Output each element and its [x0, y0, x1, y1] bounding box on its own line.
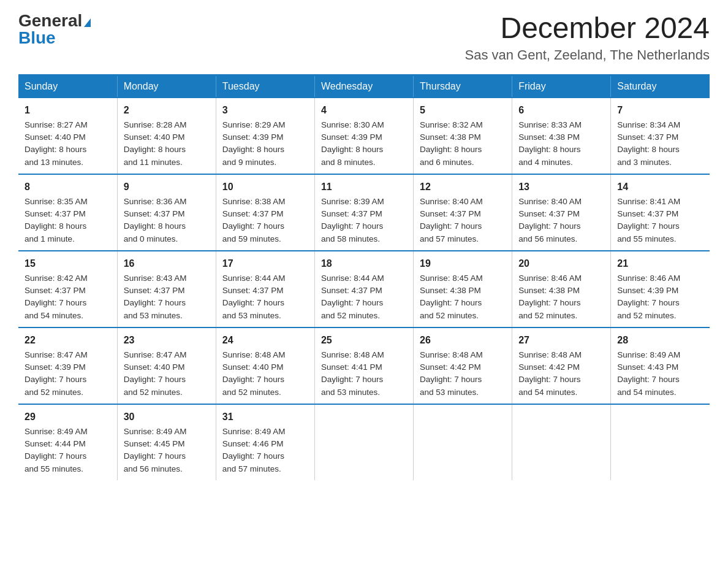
calendar-cell: 11Sunrise: 8:39 AMSunset: 4:37 PMDayligh… [314, 174, 413, 251]
calendar-cell: 21Sunrise: 8:46 AMSunset: 4:39 PMDayligh… [611, 251, 710, 327]
calendar-cell: 14Sunrise: 8:41 AMSunset: 4:37 PMDayligh… [611, 174, 710, 251]
day-info: Sunrise: 8:27 AMSunset: 4:40 PMDaylight:… [25, 119, 111, 169]
calendar-cell: 8Sunrise: 8:35 AMSunset: 4:37 PMDaylight… [18, 174, 117, 251]
weekday-header-sunday: Sunday [18, 75, 117, 98]
weekday-header-row: SundayMondayTuesdayWednesdayThursdayFrid… [18, 75, 710, 98]
title-block: December 2024 Sas van Gent, Zeeland, The… [464, 12, 710, 63]
day-info: Sunrise: 8:48 AMSunset: 4:42 PMDaylight:… [518, 349, 604, 399]
calendar-cell: 19Sunrise: 8:45 AMSunset: 4:38 PMDayligh… [414, 251, 512, 327]
day-info: Sunrise: 8:35 AMSunset: 4:37 PMDaylight:… [25, 196, 111, 245]
day-info: Sunrise: 8:43 AMSunset: 4:37 PMDaylight:… [124, 272, 210, 322]
day-info: Sunrise: 8:29 AMSunset: 4:39 PMDaylight:… [222, 119, 308, 169]
calendar-cell [512, 404, 611, 480]
day-number: 30 [124, 410, 210, 424]
day-info: Sunrise: 8:39 AMSunset: 4:37 PMDaylight:… [321, 196, 407, 245]
day-number: 18 [321, 256, 407, 271]
calendar-cell: 9Sunrise: 8:36 AMSunset: 4:37 PMDaylight… [117, 174, 216, 251]
calendar-cell: 6Sunrise: 8:33 AMSunset: 4:38 PMDaylight… [512, 98, 611, 174]
logo: General Blue [18, 12, 91, 47]
day-number: 16 [124, 256, 210, 271]
calendar-cell: 23Sunrise: 8:47 AMSunset: 4:40 PMDayligh… [117, 327, 216, 404]
day-number: 10 [222, 180, 308, 194]
day-info: Sunrise: 8:28 AMSunset: 4:40 PMDaylight:… [124, 119, 210, 169]
logo-general-text: General [18, 12, 82, 29]
weekday-header-thursday: Thursday [414, 75, 512, 98]
day-number: 1 [25, 103, 111, 118]
day-info: Sunrise: 8:46 AMSunset: 4:38 PMDaylight:… [518, 272, 604, 322]
day-number: 11 [321, 180, 407, 194]
day-number: 31 [222, 410, 308, 424]
weekday-header-friday: Friday [512, 75, 611, 98]
calendar-week-row: 29Sunrise: 8:49 AMSunset: 4:44 PMDayligh… [18, 404, 710, 480]
calendar-cell [314, 404, 413, 480]
day-info: Sunrise: 8:44 AMSunset: 4:37 PMDaylight:… [321, 272, 407, 322]
day-number: 28 [617, 333, 703, 348]
calendar-week-row: 8Sunrise: 8:35 AMSunset: 4:37 PMDaylight… [18, 174, 710, 251]
day-info: Sunrise: 8:48 AMSunset: 4:41 PMDaylight:… [321, 349, 407, 399]
day-number: 17 [222, 256, 308, 271]
day-number: 4 [321, 103, 407, 118]
day-number: 14 [617, 180, 703, 194]
day-info: Sunrise: 8:36 AMSunset: 4:37 PMDaylight:… [124, 196, 210, 245]
day-number: 12 [420, 180, 506, 194]
day-info: Sunrise: 8:48 AMSunset: 4:40 PMDaylight:… [222, 349, 308, 399]
day-number: 19 [420, 256, 506, 271]
calendar-cell: 13Sunrise: 8:40 AMSunset: 4:37 PMDayligh… [512, 174, 611, 251]
calendar-cell: 29Sunrise: 8:49 AMSunset: 4:44 PMDayligh… [18, 404, 117, 480]
calendar-week-row: 1Sunrise: 8:27 AMSunset: 4:40 PMDaylight… [18, 98, 710, 174]
day-info: Sunrise: 8:45 AMSunset: 4:38 PMDaylight:… [420, 272, 506, 322]
day-number: 6 [518, 103, 604, 118]
day-number: 22 [25, 333, 111, 348]
calendar-cell: 20Sunrise: 8:46 AMSunset: 4:38 PMDayligh… [512, 251, 611, 327]
day-number: 2 [124, 103, 210, 118]
day-info: Sunrise: 8:44 AMSunset: 4:37 PMDaylight:… [222, 272, 308, 322]
calendar-cell: 7Sunrise: 8:34 AMSunset: 4:37 PMDaylight… [611, 98, 710, 174]
calendar-cell: 30Sunrise: 8:49 AMSunset: 4:45 PMDayligh… [117, 404, 216, 480]
calendar-cell: 1Sunrise: 8:27 AMSunset: 4:40 PMDaylight… [18, 98, 117, 174]
day-number: 7 [617, 103, 703, 118]
day-info: Sunrise: 8:49 AMSunset: 4:45 PMDaylight:… [124, 426, 210, 475]
day-info: Sunrise: 8:47 AMSunset: 4:40 PMDaylight:… [124, 349, 210, 399]
weekday-header-monday: Monday [117, 75, 216, 98]
weekday-header-saturday: Saturday [611, 75, 710, 98]
day-number: 26 [420, 333, 506, 348]
day-number: 23 [124, 333, 210, 348]
calendar-cell: 3Sunrise: 8:29 AMSunset: 4:39 PMDaylight… [216, 98, 314, 174]
calendar-cell: 26Sunrise: 8:48 AMSunset: 4:42 PMDayligh… [414, 327, 512, 404]
day-info: Sunrise: 8:32 AMSunset: 4:38 PMDaylight:… [420, 119, 506, 169]
calendar-cell: 18Sunrise: 8:44 AMSunset: 4:37 PMDayligh… [314, 251, 413, 327]
day-info: Sunrise: 8:33 AMSunset: 4:38 PMDaylight:… [518, 119, 604, 169]
day-info: Sunrise: 8:30 AMSunset: 4:39 PMDaylight:… [321, 119, 407, 169]
calendar-cell: 24Sunrise: 8:48 AMSunset: 4:40 PMDayligh… [216, 327, 314, 404]
calendar-cell: 12Sunrise: 8:40 AMSunset: 4:37 PMDayligh… [414, 174, 512, 251]
calendar-table: SundayMondayTuesdayWednesdayThursdayFrid… [18, 74, 710, 480]
day-info: Sunrise: 8:41 AMSunset: 4:37 PMDaylight:… [617, 196, 703, 245]
location-subtitle: Sas van Gent, Zeeland, The Netherlands [464, 47, 710, 63]
page-header: General Blue December 2024 Sas van Gent,… [18, 12, 710, 63]
calendar-body: 1Sunrise: 8:27 AMSunset: 4:40 PMDaylight… [18, 98, 710, 480]
logo-blue-text: Blue [18, 29, 56, 47]
day-number: 29 [25, 410, 111, 424]
day-number: 25 [321, 333, 407, 348]
calendar-cell: 28Sunrise: 8:49 AMSunset: 4:43 PMDayligh… [611, 327, 710, 404]
calendar-week-row: 22Sunrise: 8:47 AMSunset: 4:39 PMDayligh… [18, 327, 710, 404]
calendar-cell: 25Sunrise: 8:48 AMSunset: 4:41 PMDayligh… [314, 327, 413, 404]
calendar-cell [414, 404, 512, 480]
logo-triangle-icon [84, 18, 91, 27]
calendar-cell: 2Sunrise: 8:28 AMSunset: 4:40 PMDaylight… [117, 98, 216, 174]
day-info: Sunrise: 8:42 AMSunset: 4:37 PMDaylight:… [25, 272, 111, 322]
day-info: Sunrise: 8:49 AMSunset: 4:43 PMDaylight:… [617, 349, 703, 399]
calendar-cell: 27Sunrise: 8:48 AMSunset: 4:42 PMDayligh… [512, 327, 611, 404]
calendar-cell [611, 404, 710, 480]
day-number: 13 [518, 180, 604, 194]
day-number: 8 [25, 180, 111, 194]
day-number: 9 [124, 180, 210, 194]
calendar-cell: 16Sunrise: 8:43 AMSunset: 4:37 PMDayligh… [117, 251, 216, 327]
weekday-header-wednesday: Wednesday [314, 75, 413, 98]
month-year-title: December 2024 [464, 12, 710, 45]
day-info: Sunrise: 8:38 AMSunset: 4:37 PMDaylight:… [222, 196, 308, 245]
day-number: 24 [222, 333, 308, 348]
calendar-week-row: 15Sunrise: 8:42 AMSunset: 4:37 PMDayligh… [18, 251, 710, 327]
calendar-cell: 22Sunrise: 8:47 AMSunset: 4:39 PMDayligh… [18, 327, 117, 404]
day-number: 3 [222, 103, 308, 118]
